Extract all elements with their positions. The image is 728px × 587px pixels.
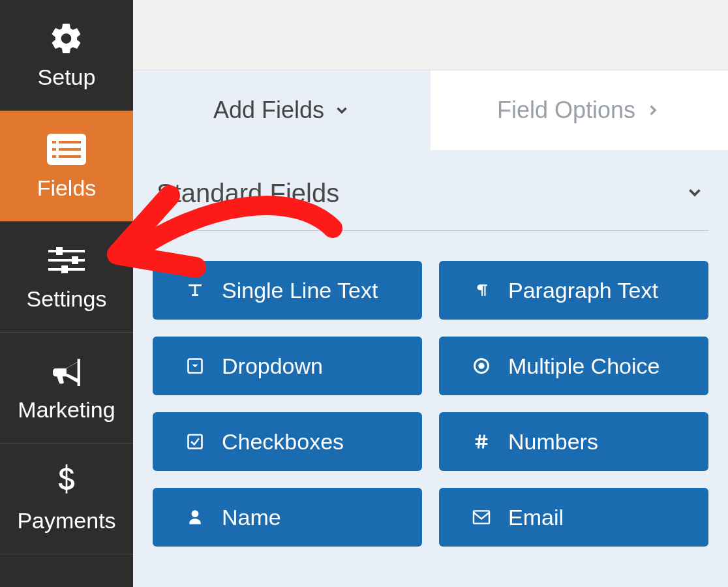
list-icon	[47, 131, 86, 168]
text-cursor-icon	[184, 280, 206, 300]
field-label: Paragraph Text	[508, 278, 658, 303]
svg-rect-21	[474, 511, 489, 523]
tab-add-fields[interactable]: Add Fields	[133, 70, 431, 150]
field-single-line-text[interactable]: Single Line Text	[153, 261, 422, 320]
sidebar-item-settings[interactable]: Settings	[0, 222, 133, 333]
sidebar-item-label: Fields	[37, 175, 97, 201]
main-panel: Add Fields Field Options Standard Fields	[133, 0, 728, 587]
svg-rect-2	[59, 141, 81, 143]
sidebar-item-label: Setup	[38, 65, 96, 90]
field-label: Numbers	[508, 429, 598, 455]
svg-rect-6	[59, 155, 81, 158]
group-title: Standard Fields	[157, 179, 339, 208]
field-label: Single Line Text	[222, 278, 378, 303]
tab-label: Field Options	[497, 97, 635, 124]
fields-grid: Single Line Text Paragraph Text Dropdown	[153, 231, 708, 547]
hash-icon	[470, 432, 493, 451]
field-checkboxes[interactable]: Checkboxes	[153, 412, 422, 471]
svg-rect-4	[59, 148, 81, 151]
dollar-icon	[55, 464, 78, 500]
chevron-right-icon	[645, 102, 661, 119]
sidebar-item-label: Payments	[17, 508, 115, 534]
svg-point-15	[478, 363, 484, 369]
svg-rect-16	[189, 435, 202, 449]
top-toolbar-strip	[133, 0, 728, 70]
field-label: Email	[508, 505, 564, 530]
svg-rect-10	[72, 256, 78, 264]
sidebar-item-marketing[interactable]: Marketing	[0, 333, 133, 444]
chevron-down-icon	[333, 102, 350, 119]
field-paragraph-text[interactable]: Paragraph Text	[439, 261, 708, 320]
sidebar-item-fields[interactable]: Fields	[0, 111, 133, 222]
gear-icon	[49, 20, 84, 57]
tab-field-options[interactable]: Field Options	[431, 70, 728, 150]
sidebar: Setup Fields	[0, 0, 133, 587]
envelope-icon	[470, 509, 493, 525]
sidebar-item-label: Marketing	[18, 397, 115, 423]
bullhorn-icon	[48, 353, 85, 389]
field-dropdown[interactable]: Dropdown	[153, 337, 422, 395]
sliders-icon	[47, 242, 86, 278]
svg-rect-1	[52, 141, 56, 143]
caret-square-down-icon	[184, 357, 206, 375]
field-label: Multiple Choice	[508, 354, 660, 379]
field-label: Checkboxes	[222, 429, 344, 455]
field-numbers[interactable]: Numbers	[439, 412, 708, 471]
svg-rect-3	[52, 148, 56, 151]
svg-rect-12	[61, 265, 68, 273]
sidebar-item-payments[interactable]: Payments	[0, 444, 133, 554]
radio-icon	[470, 357, 493, 375]
field-email[interactable]: Email	[439, 488, 708, 547]
field-name[interactable]: Name	[153, 488, 422, 547]
field-label: Dropdown	[222, 354, 323, 379]
check-square-icon	[184, 432, 206, 451]
svg-line-20	[483, 435, 484, 449]
user-icon	[184, 507, 206, 527]
fields-panel: Standard Fields Single Line Text Paragra…	[133, 150, 728, 587]
tab-bar: Add Fields Field Options	[133, 70, 728, 150]
svg-rect-5	[52, 155, 56, 158]
sidebar-item-setup[interactable]: Setup	[0, 0, 133, 111]
tab-label: Add Fields	[213, 97, 324, 124]
svg-line-19	[478, 435, 479, 449]
paragraph-icon	[470, 280, 493, 300]
svg-rect-8	[56, 247, 63, 255]
field-label: Name	[222, 505, 281, 530]
chevron-down-icon	[685, 183, 705, 205]
group-header-standard-fields[interactable]: Standard Fields	[153, 172, 708, 231]
sidebar-item-label: Settings	[27, 286, 107, 312]
field-multiple-choice[interactable]: Multiple Choice	[439, 337, 708, 395]
